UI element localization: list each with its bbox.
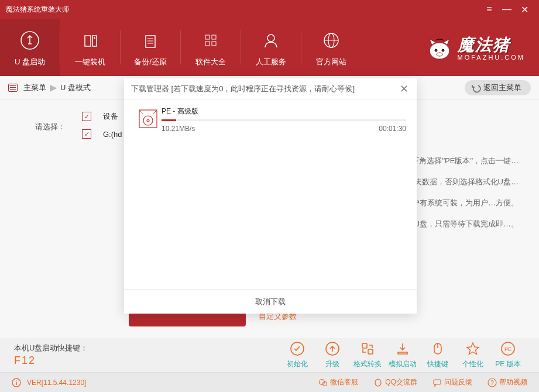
action-format[interactable]: 格式转换 (351, 341, 384, 369)
qq-icon (373, 378, 383, 387)
pe-icon: PE (500, 341, 516, 357)
brand-sub: MOFAZHU.COM (458, 54, 526, 61)
svg-rect-8 (205, 35, 210, 39)
action-upgrade[interactable]: 升级 (315, 341, 349, 369)
modal-body: PE - 高级版 10.21MB/s 00:01:30 (124, 99, 417, 289)
hotkey-label: 本机U盘启动快捷键： (14, 343, 88, 352)
tool-label: 人工服务 (256, 57, 286, 67)
modal-header: 下载管理器 [若下载速度为0，此时程序正在寻找资源，请耐心等候] ✕ (124, 78, 417, 99)
svg-point-33 (375, 379, 381, 386)
download-icon (394, 341, 411, 357)
app-title: 魔法猪系统重装大师 (6, 5, 69, 15)
tool-label: U 盘启动 (15, 57, 45, 67)
svg-point-17 (435, 49, 437, 51)
hotkey-key: F12 (14, 355, 88, 367)
pc-icon (77, 27, 103, 53)
svg-rect-22 (362, 343, 367, 348)
brand-name: 魔法猪 (458, 36, 510, 54)
svg-point-3 (94, 37, 95, 39)
modal-title: 下载管理器 [若下载速度为0，此时程序正在寻找资源，请耐心等候] (131, 84, 355, 94)
footer-feedback[interactable]: 问题反馈 (432, 377, 472, 387)
tool-label: 软件大全 (195, 57, 226, 67)
tool-one-click[interactable]: 一键装机 (60, 19, 120, 76)
svg-text:PE: PE (504, 346, 511, 352)
action-init[interactable]: 初始化 (280, 341, 314, 369)
back-label: 返回主菜单 (483, 82, 521, 93)
action-pe-version[interactable]: PEPE 版本 (491, 341, 525, 369)
svg-point-38 (143, 116, 153, 125)
action-hotkey[interactable]: 快捷键 (421, 341, 455, 369)
svg-point-39 (147, 119, 149, 122)
checkbox-icon[interactable]: ✓ (82, 112, 91, 121)
action-personal[interactable]: 个性化 (456, 341, 490, 369)
footer-help[interactable]: ?帮助视频 (487, 377, 527, 387)
download-eta: 00:01:30 (379, 125, 406, 133)
disc-icon (135, 105, 162, 132)
row-label: G:(hd (103, 130, 122, 139)
svg-rect-1 (85, 36, 91, 46)
backup-icon (138, 27, 163, 53)
download-item: PE - 高级版 10.21MB/s 00:01:30 (135, 105, 406, 133)
svg-rect-10 (205, 42, 210, 46)
modal-footer: 取消下载 (124, 289, 417, 314)
tool-website[interactable]: 官方网站 (301, 19, 361, 76)
svg-point-18 (442, 49, 444, 51)
close-button[interactable]: ✕ (516, 0, 533, 19)
menu-button[interactable]: ≡ (480, 0, 498, 19)
cancel-download-button[interactable]: 取消下载 (255, 297, 286, 307)
svg-rect-11 (212, 42, 216, 46)
help-icon: ? (487, 378, 497, 387)
check-circle-icon (289, 341, 305, 357)
svg-point-16 (430, 43, 449, 59)
row-label: 设备 (103, 111, 118, 122)
tool-label: 官方网站 (316, 57, 346, 67)
tool-software[interactable]: 软件大全 (181, 19, 241, 76)
download-speed: 10.21MB/s (162, 125, 195, 133)
main-toolbar: U 盘启动 一键装机 备份/还原 软件大全 人工服务 官方网站 (0, 19, 539, 76)
mouse-icon (430, 341, 446, 357)
title-bar: 魔法猪系统重装大师 ≡ — ✕ (0, 0, 539, 19)
back-main-button[interactable]: 返回主菜单 (465, 80, 531, 95)
footer-qq[interactable]: QQ交流群 (373, 377, 417, 387)
svg-rect-34 (434, 380, 441, 384)
usb-icon (17, 27, 43, 53)
checkbox-icon[interactable]: ✓ (82, 129, 91, 139)
modal-close-button[interactable]: ✕ (398, 83, 410, 95)
footer-bar: VER[11.5.44.1230] 微信客服 QQ交流群 问题反馈 ?帮助视频 (0, 372, 539, 392)
back-icon (471, 82, 481, 93)
up-circle-icon (324, 341, 341, 357)
grid-icon (198, 27, 224, 53)
breadcrumb-root[interactable]: 主菜单 (23, 82, 46, 93)
tool-label: 一键装机 (75, 57, 105, 67)
star-icon (465, 341, 481, 357)
chat-icon (432, 378, 442, 387)
tool-support[interactable]: 人工服务 (241, 19, 301, 76)
action-simulate[interactable]: 模拟启动 (386, 341, 420, 369)
footer-wechat[interactable]: 微信客服 (318, 377, 358, 387)
actions-bar: 本机U盘启动快捷键： F12 初始化 升级 格式转换 模拟启动 快捷键 个性化 … (0, 337, 539, 372)
version-text: VER[11.5.44.1230] (27, 379, 86, 387)
tool-backup[interactable]: 备份/还原 (121, 19, 180, 76)
svg-rect-23 (368, 349, 373, 354)
progress-bar (162, 119, 406, 121)
svg-rect-9 (212, 35, 216, 39)
headset-icon (258, 27, 284, 53)
globe-icon (318, 27, 344, 53)
minimize-button[interactable]: — (498, 0, 516, 19)
brand-logo: 魔法猪 MOFAZHU.COM (361, 19, 539, 76)
list-icon (8, 84, 18, 92)
svg-rect-4 (146, 36, 155, 47)
download-name: PE - 高级版 (162, 106, 406, 116)
svg-text:?: ? (490, 380, 494, 386)
tool-label: 备份/还原 (134, 57, 167, 67)
download-modal: 下载管理器 [若下载速度为0，此时程序正在寻找资源，请耐心等候] ✕ PE - … (124, 78, 417, 314)
select-label: 请选择： (35, 122, 66, 132)
breadcrumb-sep: ▶ (50, 82, 57, 93)
svg-point-12 (267, 35, 274, 42)
info-icon (12, 378, 21, 387)
tool-usb-boot[interactable]: U 盘启动 (0, 19, 60, 76)
breadcrumb-current: U 盘模式 (60, 82, 91, 93)
pig-icon (425, 35, 454, 60)
wechat-icon (318, 378, 328, 387)
convert-icon (359, 341, 376, 357)
